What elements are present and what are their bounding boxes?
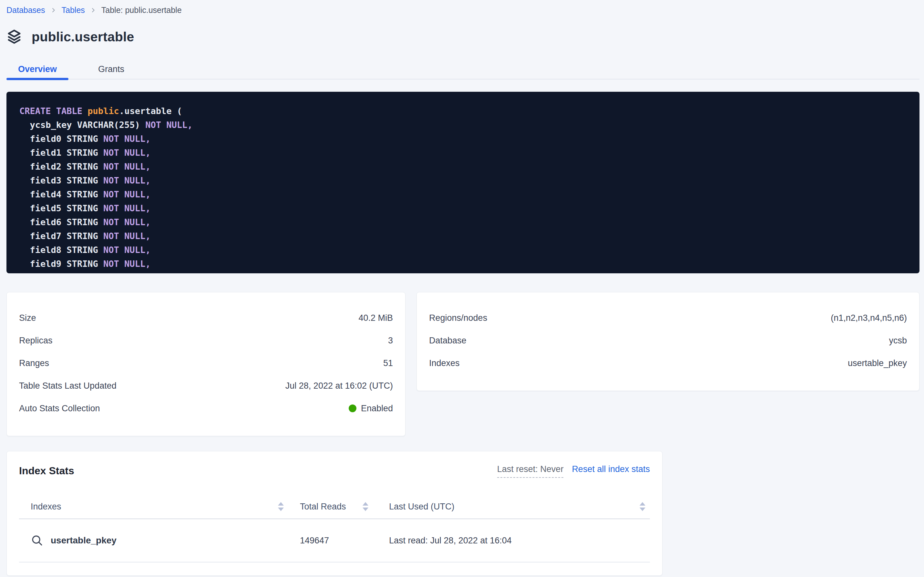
sql-code-line: field3 STRING NOT NULL, xyxy=(19,174,906,187)
column-header-last-used-utc: Last Used (UTC) xyxy=(374,502,650,512)
detail-label: Table Stats Last Updated xyxy=(19,381,117,391)
breadcrumb-databases[interactable]: Databases xyxy=(6,5,45,15)
sql-code-line: field1 STRING NOT NULL, xyxy=(19,146,906,160)
detail-row-auto-stats-collection: Auto Stats CollectionEnabled xyxy=(19,397,393,420)
detail-label: Auto Stats Collection xyxy=(19,403,100,414)
detail-label: Size xyxy=(19,313,36,323)
breadcrumb: DatabasesTablesTable: public.usertable xyxy=(6,5,919,16)
index-stats-table-header: IndexesTotal ReadsLast Used (UTC) xyxy=(19,495,650,519)
sql-code-line: field0 STRING NOT NULL, xyxy=(19,132,906,146)
detail-row-database: Databaseycsb xyxy=(429,329,907,352)
sql-code-line: field9 STRING NOT NULL, xyxy=(19,257,906,271)
tab-grants-label: Grants xyxy=(98,64,124,74)
detail-value: 51 xyxy=(383,358,393,368)
sql-code-line: field2 STRING NOT NULL, xyxy=(19,160,906,174)
tab-grants[interactable]: Grants xyxy=(87,60,136,79)
sql-code-line: field4 STRING NOT NULL, xyxy=(19,187,906,201)
tab-overview-label: Overview xyxy=(18,64,57,74)
index-stats-title: Index Stats xyxy=(19,464,74,477)
magnifier-icon xyxy=(31,534,43,547)
detail-value: 3 xyxy=(388,336,393,346)
sql-code-line: field7 STRING NOT NULL, xyxy=(19,229,906,243)
table-details-page: DatabasesTablesTable: public.usertable p… xyxy=(0,0,924,576)
detail-label: Database xyxy=(429,336,466,346)
index-stats-table-body: usertable_pkey149647Last read: Jul 28, 2… xyxy=(19,519,650,562)
tab-overview[interactable]: Overview xyxy=(6,60,68,79)
sort-icon[interactable] xyxy=(363,502,368,511)
sort-icon[interactable] xyxy=(640,502,645,511)
page-title: public.usertable xyxy=(32,29,134,45)
column-header-indexes: Indexes xyxy=(19,502,287,512)
detail-row-indexes: Indexesusertable_pkey xyxy=(429,352,907,374)
index-name-cell: usertable_pkey xyxy=(19,534,287,547)
index-stats-header: Index Stats Last reset: Never Reset all … xyxy=(19,464,650,478)
breadcrumb-table-public-usertable: Table: public.usertable xyxy=(101,5,182,15)
details-cards-row: Size40.2 MiBReplicas3Ranges51Table Stats… xyxy=(6,292,919,436)
create-table-sql-block: CREATE TABLE public.usertable ( ycsb_key… xyxy=(6,92,919,273)
sort-icon[interactable] xyxy=(278,502,284,511)
last-reset-label: Last reset: Never xyxy=(497,464,564,478)
table-stack-icon xyxy=(6,28,22,45)
sql-code-line: field6 STRING NOT NULL, xyxy=(19,215,906,229)
detail-value: Jul 28, 2022 at 16:02 (UTC) xyxy=(285,381,393,391)
last-used-cell: Last read: Jul 28, 2022 at 16:04 xyxy=(374,536,650,546)
detail-row-regions-nodes: Regions/nodes(n1,n2,n3,n4,n5,n6) xyxy=(429,306,907,329)
total-reads-cell: 149647 xyxy=(287,536,374,546)
column-header-total-reads: Total Reads xyxy=(287,502,374,512)
detail-value: Enabled xyxy=(349,403,393,414)
column-header-label: Total Reads xyxy=(300,502,346,512)
sql-code-line: field8 STRING NOT NULL, xyxy=(19,243,906,257)
index-stats-card: Index Stats Last reset: Never Reset all … xyxy=(6,451,662,576)
sql-code-line: CREATE TABLE public.usertable ( xyxy=(19,104,906,118)
index-stats-row-usertable-pkey[interactable]: usertable_pkey149647Last read: Jul 28, 2… xyxy=(19,519,650,562)
column-header-label: Last Used (UTC) xyxy=(389,502,455,512)
breadcrumb-tables[interactable]: Tables xyxy=(62,5,85,15)
detail-value: 40.2 MiB xyxy=(358,313,393,323)
detail-row-replicas: Replicas3 xyxy=(19,329,393,352)
detail-label: Replicas xyxy=(19,336,53,346)
database-details-card: Regions/nodes(n1,n2,n3,n4,n5,n6)Database… xyxy=(416,292,919,391)
detail-row-ranges: Ranges51 xyxy=(19,352,393,374)
detail-row-table-stats-last-updated: Table Stats Last UpdatedJul 28, 2022 at … xyxy=(19,374,393,397)
sql-code-line: field5 STRING NOT NULL, xyxy=(19,201,906,215)
index-name: usertable_pkey xyxy=(51,535,117,546)
detail-label: Ranges xyxy=(19,358,49,368)
index-stats-table: IndexesTotal ReadsLast Used (UTC) userta… xyxy=(19,495,650,562)
reset-all-index-stats-link[interactable]: Reset all index stats xyxy=(572,464,650,474)
detail-value: usertable_pkey xyxy=(848,358,907,368)
detail-value: (n1,n2,n3,n4,n5,n6) xyxy=(831,313,907,323)
sql-code-line: ycsb_key VARCHAR(255) NOT NULL, xyxy=(19,118,906,132)
detail-value: ycsb xyxy=(889,336,907,346)
breadcrumb-separator-icon xyxy=(50,7,56,13)
detail-label: Regions/nodes xyxy=(429,313,487,323)
index-stats-actions: Last reset: Never Reset all index stats xyxy=(497,464,650,478)
page-title-row: public.usertable xyxy=(6,28,919,45)
column-header-label: Indexes xyxy=(31,502,61,512)
status-dot-icon xyxy=(349,405,357,412)
tab-bar: Overview Grants xyxy=(6,60,919,79)
table-details-card: Size40.2 MiBReplicas3Ranges51Table Stats… xyxy=(6,292,405,436)
detail-label: Indexes xyxy=(429,358,460,368)
breadcrumb-separator-icon xyxy=(90,7,96,13)
detail-row-size: Size40.2 MiB xyxy=(19,306,393,329)
